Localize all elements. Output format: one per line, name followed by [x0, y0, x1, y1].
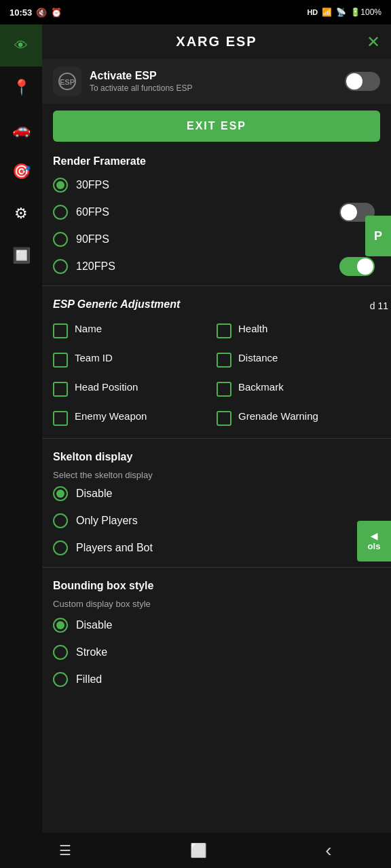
fps-30-label: 30FPS: [76, 179, 109, 191]
activate-esp-title: Activate ESP: [90, 70, 345, 82]
status-time: 10:53: [10, 7, 32, 18]
chip-icon: 🔲: [12, 247, 31, 264]
back-button[interactable]: ‹: [309, 834, 348, 867]
bbox-filled-option[interactable]: Filled: [53, 666, 380, 693]
settings-icon: ⚙: [14, 205, 28, 222]
fps-30-radio[interactable]: [53, 178, 68, 193]
checkbox-grenade-warning-label: Grenade Warning: [238, 410, 318, 422]
tools-label: ols: [368, 541, 381, 551]
fps-120-option[interactable]: 120FPS: [53, 253, 339, 280]
mute-icon: 🔇: [36, 7, 47, 18]
checkbox-grenade-warning[interactable]: Grenade Warning: [217, 403, 380, 433]
panel-title: XARG ESP: [176, 34, 257, 50]
fps-60-radio[interactable]: [53, 205, 68, 220]
checkbox-grenade-warning-box[interactable]: [217, 411, 231, 426]
activate-esp-toggle[interactable]: [345, 72, 380, 91]
tools-arrow-icon: ◀: [371, 531, 377, 541]
divider-3: [42, 567, 391, 568]
sidebar-item-chip[interactable]: 🔲: [0, 235, 42, 277]
checkbox-distance[interactable]: Distance: [217, 345, 380, 374]
checkbox-distance-label: Distance: [238, 352, 278, 363]
bottom-nav: ☰ ⬜ ‹: [0, 833, 391, 868]
checkbox-teamid[interactable]: Team ID: [53, 345, 217, 374]
main-panel: XARG ESP ✕ ESP Activate ESP To activate …: [42, 24, 391, 833]
activate-esp-subtitle: To activate all functions ESP: [90, 83, 345, 93]
checkbox-head-position-box[interactable]: [53, 382, 68, 397]
fps-90-label: 90FPS: [76, 233, 109, 245]
float-tools-badge[interactable]: ◀ ols: [357, 521, 391, 561]
fps-120-toggle[interactable]: [339, 257, 375, 276]
skelton-disable-radio[interactable]: [53, 486, 68, 501]
bbox-stroke-option[interactable]: Stroke: [53, 639, 380, 666]
checkbox-health[interactable]: Health: [217, 316, 380, 345]
sidebar-item-settings[interactable]: ⚙: [0, 193, 42, 235]
checkbox-backmark-box[interactable]: [217, 382, 231, 397]
fps-90-option[interactable]: 90FPS: [53, 226, 380, 253]
checkbox-distance-box[interactable]: [217, 353, 231, 368]
wifi-icon: 📡: [336, 7, 346, 17]
home-button[interactable]: ⬜: [174, 837, 223, 864]
float-p-badge[interactable]: P: [365, 216, 391, 256]
skelton-only-players-label: Only Players: [76, 515, 138, 527]
skelton-only-players-radio[interactable]: [53, 513, 68, 528]
sidebar-item-eye[interactable]: 👁: [0, 24, 42, 66]
battery-icon: 🔋100%: [350, 7, 381, 17]
sidebar: 👁 📍 🚗 🎯 ⚙ 🔲: [0, 24, 42, 833]
render-framerate-group: 30FPS 60FPS 90FPS 120FPS: [42, 172, 391, 280]
checkbox-health-label: Health: [238, 323, 267, 334]
fps-120-radio[interactable]: [53, 259, 68, 274]
signal-icon: 📶: [322, 7, 332, 17]
crosshair-icon: 🎯: [12, 163, 31, 180]
fps-90-radio[interactable]: [53, 232, 68, 247]
skelton-players-bot-radio[interactable]: [53, 540, 68, 555]
checkbox-teamid-label: Team ID: [75, 352, 113, 363]
close-button[interactable]: ✕: [367, 33, 380, 52]
esp-generic-grid: Name Health Team ID Distance Head Positi…: [42, 316, 391, 433]
skelton-display-label: Skelton display: [42, 444, 391, 467]
activate-esp-text: Activate ESP To activate all functions E…: [90, 70, 345, 93]
skelton-players-bot-option[interactable]: Players and Bot: [53, 534, 380, 561]
status-bar: 10:53 🔇 ⏰ HD 📶 📡 🔋100%: [0, 0, 391, 24]
float-d11-text: d 11: [370, 300, 391, 311]
checkbox-backmark[interactable]: Backmark: [217, 374, 380, 403]
fps-60-option[interactable]: 60FPS: [53, 199, 339, 226]
checkbox-head-position[interactable]: Head Position: [53, 374, 217, 403]
alarm-icon: ⏰: [51, 7, 62, 18]
bbox-stroke-radio[interactable]: [53, 645, 68, 660]
checkbox-teamid-box[interactable]: [53, 353, 68, 368]
fps-60-label: 60FPS: [76, 206, 109, 218]
checkbox-enemy-weapon-box[interactable]: [53, 411, 68, 426]
checkbox-enemy-weapon-label: Enemy Weapon: [75, 410, 147, 422]
skelton-disable-label: Disable: [76, 488, 112, 500]
sidebar-item-crosshair[interactable]: 🎯: [0, 151, 42, 193]
bbox-disable-radio[interactable]: [53, 618, 68, 633]
bounding-box-group: Disable Stroke Filled: [42, 612, 391, 693]
checkbox-name-label: Name: [75, 323, 102, 334]
render-framerate-label: Render Framerate: [42, 149, 391, 172]
skelton-disable-option[interactable]: Disable: [53, 480, 380, 507]
esp-generic-label: ESP Generic Adjustment: [42, 292, 391, 316]
sidebar-item-location[interactable]: 📍: [0, 66, 42, 108]
checkbox-health-box[interactable]: [217, 323, 231, 338]
checkbox-name-box[interactable]: [53, 323, 68, 338]
exit-esp-button[interactable]: EXIT ESP: [53, 111, 380, 142]
status-left: 10:53 🔇 ⏰: [10, 7, 62, 18]
checkbox-name[interactable]: Name: [53, 316, 217, 345]
skelton-only-players-option[interactable]: Only Players: [53, 507, 380, 534]
checkbox-backmark-label: Backmark: [238, 381, 284, 393]
fps-120-label: 120FPS: [76, 260, 115, 273]
bounding-box-label: Bounding box style: [42, 573, 391, 596]
skelton-display-subtitle: Select the skelton display: [42, 467, 391, 480]
bbox-filled-radio[interactable]: [53, 672, 68, 687]
bbox-disable-option[interactable]: Disable: [53, 612, 380, 639]
sidebar-item-car[interactable]: 🚗: [0, 108, 42, 151]
skelton-display-group: Disable Only Players Players and Bot: [42, 480, 391, 561]
bbox-disable-label: Disable: [76, 619, 112, 631]
bounding-box-subtitle: Custom display box style: [42, 596, 391, 609]
car-icon: 🚗: [12, 121, 31, 138]
bottom-spacer: [42, 693, 391, 734]
menu-button[interactable]: ☰: [43, 837, 88, 864]
fps-30-option[interactable]: 30FPS: [53, 172, 380, 199]
checkbox-enemy-weapon[interactable]: Enemy Weapon: [53, 403, 217, 433]
activate-esp-icon: ESP: [53, 67, 81, 96]
